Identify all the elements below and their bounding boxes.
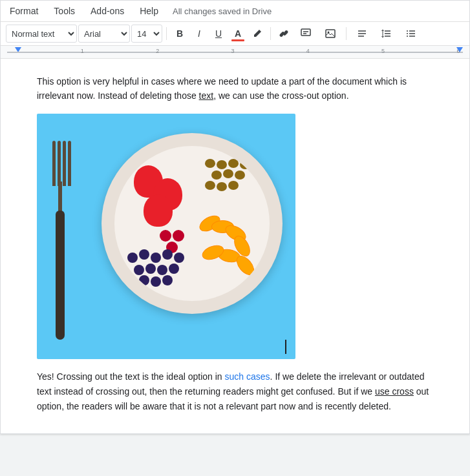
app-container: Format Tools Add-ons Help All changes sa… [0, 0, 470, 434]
image-container[interactable] [37, 114, 433, 359]
ruler-right-indent[interactable] [456, 47, 463, 52]
insert-image-button[interactable] [319, 25, 342, 43]
blueberry-13 [162, 275, 173, 285]
blueberry-8 [157, 265, 167, 275]
orange-slices [198, 217, 263, 282]
link-icon [279, 28, 289, 39]
fruit-bowl-image[interactable] [37, 114, 295, 359]
align-icon [357, 28, 367, 39]
font-size-select[interactable]: 14 12 16 [131, 25, 162, 43]
underlined-word-text: text [199, 90, 214, 101]
blueberry-3 [151, 253, 161, 263]
fork-handle [56, 211, 65, 340]
menu-help[interactable]: Help [136, 3, 162, 19]
blueberry-6 [134, 265, 144, 275]
fork-neck [58, 181, 62, 214]
fork-tines [52, 141, 71, 186]
ruler: 1 2 3 4 5 6 [1, 46, 469, 59]
list-icon [406, 28, 416, 39]
bowl-scene [37, 114, 295, 359]
menu-addons[interactable]: Add-ons [87, 3, 128, 19]
fork [51, 133, 69, 340]
underlined-use-cross: use cross [375, 386, 414, 397]
blueberry-9 [169, 264, 179, 274]
tine-4 [68, 141, 71, 186]
paragraph-2-part1: Yes! Crossing out the text is the ideal … [37, 371, 425, 397]
menu-format[interactable]: Format [6, 3, 42, 19]
tine-2 [58, 141, 61, 186]
paragraph-1: This option is very helpful in cases whe… [37, 74, 433, 103]
toolbar-separator-2 [270, 27, 271, 40]
pencil-icon [252, 28, 262, 39]
hazelnut-9 [217, 182, 227, 191]
bowl-outer [101, 133, 283, 314]
strawberries [134, 165, 186, 223]
link-button[interactable] [275, 25, 293, 43]
svg-rect-3 [326, 30, 335, 37]
raspberry-2 [173, 230, 184, 242]
comment-icon [301, 28, 311, 39]
tine-3 [63, 141, 66, 186]
raspberry-1 [160, 230, 171, 242]
paragraph-2: Yes! Crossing out the text is the ideal … [37, 369, 433, 414]
text-cursor [285, 340, 286, 354]
blueberry-5 [174, 253, 184, 263]
menu-bar: Format Tools Add-ons Help All changes sa… [1, 1, 469, 22]
blueberry-1 [127, 253, 138, 263]
image-icon [325, 28, 336, 39]
hazelnut-7 [235, 171, 245, 180]
hazelnut-10 [228, 181, 239, 190]
bold-button[interactable]: B [171, 25, 189, 43]
saved-status: All changes saved in Drive [173, 6, 272, 16]
list-button[interactable] [400, 25, 423, 43]
menu-tools[interactable]: Tools [50, 3, 79, 19]
svg-point-16 [407, 36, 408, 37]
hazelnut-5 [211, 171, 222, 180]
ruler-track: 1 2 3 4 5 6 [7, 52, 463, 53]
line-spacing-icon [381, 28, 392, 39]
blueberry-4 [162, 249, 173, 260]
line-spacing-button[interactable] [375, 25, 398, 43]
strawberry-3 [144, 194, 173, 227]
toolbar: Normal text Heading 1 Heading 2 Arial Ti… [1, 22, 469, 46]
font-select[interactable]: Arial Times New Roman [78, 25, 130, 43]
blueberry-12 [151, 276, 161, 287]
align-button[interactable] [350, 25, 374, 43]
svg-point-14 [407, 30, 408, 32]
toolbar-separator-1 [166, 27, 167, 40]
hazelnut-2 [217, 160, 227, 169]
blueberries [127, 249, 192, 288]
blueberry-11 [139, 275, 149, 285]
color-bar [231, 39, 244, 41]
blue-text: such cases [225, 371, 270, 382]
blueberry-10 [127, 276, 138, 287]
style-select[interactable]: Normal text Heading 1 Heading 2 [6, 25, 77, 43]
text-color-button[interactable]: A [229, 25, 247, 43]
bowl-inner [114, 146, 270, 301]
highlight-button[interactable] [248, 25, 266, 43]
underline-button[interactable]: U [209, 25, 228, 43]
svg-point-15 [407, 33, 408, 34]
blueberry-2 [139, 249, 149, 260]
hazelnut-6 [223, 169, 233, 178]
hazelnut-4 [240, 160, 250, 169]
italic-button[interactable]: I [190, 25, 208, 43]
hazelnut-8 [205, 181, 215, 190]
toolbar-separator-3 [346, 27, 347, 40]
insert-comment-button[interactable] [294, 25, 317, 43]
hazelnut-3 [228, 159, 239, 168]
text-color-label: A [235, 28, 241, 39]
document-area: This option is very helpful in cases whe… [1, 59, 469, 433]
tine-1 [52, 141, 56, 186]
hazelnuts [205, 159, 257, 204]
blueberry-7 [145, 264, 156, 274]
svg-rect-0 [301, 29, 310, 36]
hazelnut-1 [205, 159, 215, 168]
